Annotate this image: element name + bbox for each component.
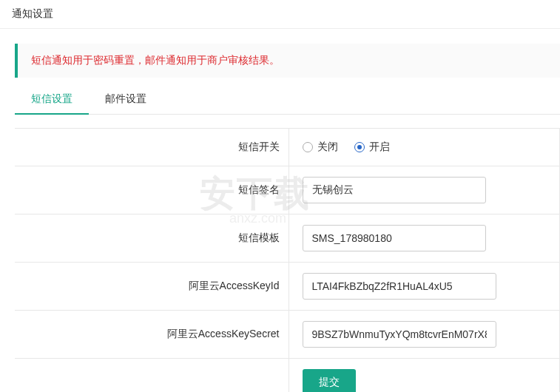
radio-sms-off[interactable]: 关闭 [303, 141, 338, 154]
radio-label: 开启 [369, 141, 390, 154]
row-access-key-id: 阿里云AccessKeyId [15, 263, 560, 311]
tab-label: 邮件设置 [105, 92, 146, 104]
input-access-key-secret[interactable] [303, 321, 496, 348]
tabs: 短信设置 邮件设置 [15, 85, 560, 115]
sms-switch-radio-group: 关闭 开启 [303, 141, 547, 154]
row-sms-switch: 短信开关 关闭 开启 [15, 129, 560, 166]
row-sms-sign: 短信签名 [15, 166, 560, 214]
alert-text: 短信通知用于密码重置，邮件通知用于商户审核结果。 [31, 54, 280, 66]
input-access-key-id[interactable] [303, 273, 496, 300]
radio-icon [354, 142, 365, 152]
submit-button[interactable]: 提交 [303, 369, 356, 392]
row-submit: 提交 [15, 359, 560, 393]
tab-label: 短信设置 [31, 92, 72, 104]
label-empty [15, 359, 289, 393]
tab-email-settings[interactable]: 邮件设置 [89, 85, 163, 115]
label-sms-sign: 短信签名 [15, 166, 289, 214]
page-title-text: 通知设置 [12, 7, 53, 19]
input-sms-template[interactable] [303, 225, 486, 251]
radio-icon [303, 142, 313, 152]
label-access-key-id: 阿里云AccessKeyId [15, 263, 289, 311]
input-sms-sign[interactable] [303, 177, 486, 203]
radio-label: 关闭 [317, 141, 338, 154]
label-access-key-secret: 阿里云AccessKeySecret [15, 311, 289, 359]
alert-banner: 短信通知用于密码重置，邮件通知用于商户审核结果。 [15, 44, 560, 78]
row-sms-template: 短信模板 [15, 214, 560, 263]
label-sms-switch: 短信开关 [15, 129, 289, 166]
row-access-key-secret: 阿里云AccessKeySecret [15, 311, 560, 359]
submit-button-label: 提交 [319, 376, 340, 388]
radio-sms-on[interactable]: 开启 [354, 141, 390, 154]
tab-sms-settings[interactable]: 短信设置 [15, 85, 89, 115]
label-sms-template: 短信模板 [15, 214, 289, 263]
page-title: 通知设置 [0, 0, 560, 29]
settings-form: 短信开关 关闭 开启 [15, 128, 560, 392]
